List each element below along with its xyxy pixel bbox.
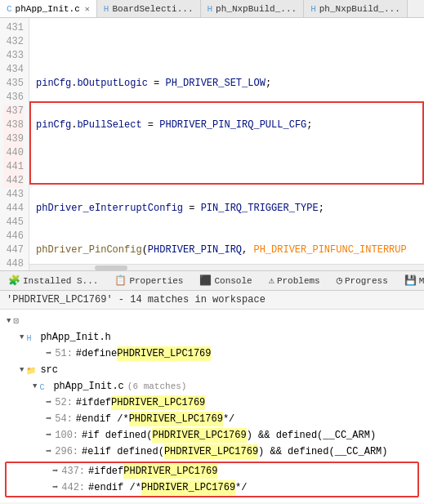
code-text[interactable]: pinCfg.bOutputLogic = PH_DRIVER_SET_LOW;… <box>29 18 424 270</box>
search-match-296[interactable]: ➡ 296: #elif defined(PHDRIVER_LPC1769) &… <box>0 444 424 460</box>
expand-icon-root: ▼ <box>7 314 11 328</box>
toolbar-progress-label: Progress <box>345 276 388 286</box>
match-suffix-296: ) && defined(__CC_ARM) <box>258 444 387 459</box>
search-match-51[interactable]: ➡ 51: #define PHDRIVER_LPC1769 <box>0 346 424 362</box>
toolbar-problems-label: Problems <box>277 276 320 286</box>
toolbar-installed-label: Installed S... <box>23 276 98 286</box>
code-line-435: phDriver_PinConfig(PHDRIVER_PIN_IRQ, PH_… <box>36 243 424 257</box>
match-suffix-54: */ <box>223 412 234 426</box>
match-arrow-437: ➡ <box>52 464 58 479</box>
toolbar-properties-label: Properties <box>129 276 183 286</box>
search-match-437[interactable]: ➡ 437: #ifdef PHDRIVER_LPC1769 <box>7 463 417 479</box>
toolbar-problems[interactable]: ⚠ Problems <box>264 273 325 288</box>
tab-close-0[interactable]: ✕ <box>85 4 90 14</box>
expand-icon-phapp-init-c: ▼ <box>33 379 37 394</box>
code-line-432: pinCfg.bPullSelect = PHDRIVER_PIN_IRQ_PU… <box>36 118 424 132</box>
code-editor: 431 432 433 434 435 436 437 438 439 440 … <box>0 18 424 271</box>
match-linenum-52: 52: <box>55 395 73 410</box>
match-linenum-100: 100: <box>55 428 78 443</box>
tab-label-2: ph_NxpBuild_... <box>216 4 297 14</box>
match-suffix-442: */ <box>235 480 247 495</box>
match-linenum-51: 51: <box>55 346 73 361</box>
line-numbers: 431 432 433 434 435 436 437 438 439 440 … <box>0 18 29 270</box>
match-linenum-54: 54: <box>55 412 73 426</box>
toolbar-memory[interactable]: 💾 Memory <box>399 273 424 288</box>
search-match-54[interactable]: ➡ 54: #endif /* PHDRIVER_LPC1769 */ <box>0 411 424 427</box>
problems-icon: ⚠ <box>269 274 274 287</box>
match-highlight-52: PHDRIVER_LPC1769 <box>111 395 205 410</box>
match-highlight-54: PHDRIVER_LPC1769 <box>129 412 223 426</box>
match-arrow-442: ➡ <box>52 480 58 495</box>
horizontal-scrollbar[interactable] <box>29 264 424 270</box>
match-count-phapp-init-c: (6 matches) <box>127 379 187 394</box>
console-icon: ⬛ <box>199 274 212 287</box>
match-prefix-437: #ifdef <box>88 464 123 479</box>
match-highlight-296: PHDRIVER_LPC1769 <box>164 444 258 459</box>
match-prefix-51: #define <box>76 346 117 361</box>
code-line-431: pinCfg.bOutputLogic = PH_DRIVER_SET_LOW; <box>36 77 424 91</box>
tab-bar: C phApp_Init.c ✕ H BoardSelecti... H ph_… <box>0 0 424 18</box>
bottom-toolbar: 🧩 Installed S... 📋 Properties ⬛ Console … <box>0 271 424 291</box>
tab-label-1: BoardSelecti... <box>112 4 193 14</box>
tab-nxpbuild-2[interactable]: H ph_NxpBuild_... <box>304 0 408 18</box>
folder-src-label: src <box>40 363 58 377</box>
h-file-tab-icon-3: H <box>310 4 316 14</box>
match-arrow-54: ➡ <box>46 412 51 426</box>
search-result-summary: 'PHDRIVER_LPC1769' - 14 matches in works… <box>7 294 266 306</box>
tab-nxpbuild-1[interactable]: H ph_NxpBuild_... <box>201 0 305 18</box>
h-file-tab-icon-2: H <box>208 4 213 14</box>
tab-boardselection[interactable]: H BoardSelecti... <box>97 0 201 18</box>
search-header: 'PHDRIVER_LPC1769' - 14 matches in works… <box>0 291 424 310</box>
match-highlight-100: PHDRIVER_LPC1769 <box>152 428 246 443</box>
search-match-100[interactable]: ➡ 100: #if defined(PHDRIVER_LPC1769) && … <box>0 427 424 444</box>
match-linenum-296: 296: <box>55 444 78 459</box>
match-highlight-437: PHDRIVER_LPC1769 <box>123 464 217 479</box>
toolbar-properties[interactable]: 📋 Properties <box>109 273 188 288</box>
tab-phapp-init-c[interactable]: C phApp_Init.c ✕ <box>0 0 97 18</box>
red-box-search-matches: ➡ 437: #ifdef PHDRIVER_LPC1769 ➡ 442: #e… <box>5 462 419 497</box>
c-file-tab-icon: C <box>7 4 12 14</box>
properties-icon: 📋 <box>114 274 127 287</box>
tree-root-expand[interactable]: ▼ ⊡ <box>0 313 424 329</box>
expand-icon-phapp-init-h: ▼ <box>20 330 24 345</box>
tab-label-0: phApp_Init.c <box>16 4 80 14</box>
c-file-icon: C <box>39 381 51 392</box>
match-prefix-52: #ifdef <box>76 395 111 410</box>
code-line-434: phDriver_eInterruptConfig = PIN_IRQ_TRIG… <box>36 202 424 216</box>
toolbar-progress[interactable]: ◷ Progress <box>332 273 393 288</box>
code-area: 431 432 433 434 435 436 437 438 439 440 … <box>0 18 424 270</box>
h-file-icon: H <box>26 332 38 343</box>
folder-src-icon: 📁 <box>26 364 38 376</box>
match-highlight-442: PHDRIVER_LPC1769 <box>141 480 235 495</box>
match-prefix-100: #if defined( <box>82 428 152 443</box>
tree-file-phapp-init-h[interactable]: ▼ H phApp_Init.h <box>0 329 424 346</box>
search-match-442[interactable]: ➡ 442: #endif /* PHDRIVER_LPC1769 */ <box>7 479 417 496</box>
h-file-tab-icon-1: H <box>104 4 109 14</box>
toolbar-console-label: Console <box>214 276 252 286</box>
tree-folder-src[interactable]: ▼ 📁 src <box>0 362 424 378</box>
toolbar-memory-label: Memory <box>419 276 424 286</box>
match-arrow-100: ➡ <box>46 428 51 443</box>
toolbar-installed-s[interactable]: 🧩 Installed S... <box>3 273 103 288</box>
tab-label-3: ph_NxpBuild_... <box>319 4 400 14</box>
match-prefix-442: #endif /* <box>88 480 141 495</box>
search-panel: 'PHDRIVER_LPC1769' - 14 matches in works… <box>0 291 424 502</box>
match-arrow-51: ➡ <box>46 346 51 361</box>
search-match-52[interactable]: ➡ 52: #ifdef PHDRIVER_LPC1769 <box>0 395 424 411</box>
match-arrow-52: ➡ <box>46 395 51 410</box>
tree-file-phapp-init-c[interactable]: ▼ C phApp_Init.c (6 matches) <box>0 378 424 395</box>
match-linenum-442: 442: <box>61 480 85 495</box>
search-results-tree: ▼ ⊡ ▼ H phApp_Init.h ➡ 51: #define PHDRI… <box>0 310 424 502</box>
match-linenum-437: 437: <box>61 464 85 479</box>
expand-icon-src: ▼ <box>20 363 24 377</box>
match-highlight-51: PHDRIVER_LPC1769 <box>117 346 211 361</box>
file-label-phapp-init-c: phApp_Init.c <box>53 379 123 394</box>
match-prefix-54: #endif /* <box>76 412 129 426</box>
toolbar-console[interactable]: ⬛ Console <box>194 273 257 288</box>
memory-icon: 💾 <box>404 274 417 287</box>
match-prefix-296: #elif defined( <box>82 444 164 459</box>
match-arrow-296: ➡ <box>46 444 51 459</box>
progress-icon: ◷ <box>337 274 342 287</box>
workspace-icon: ⊡ <box>13 314 19 328</box>
file-label-phapp-init-h: phApp_Init.h <box>40 330 110 345</box>
